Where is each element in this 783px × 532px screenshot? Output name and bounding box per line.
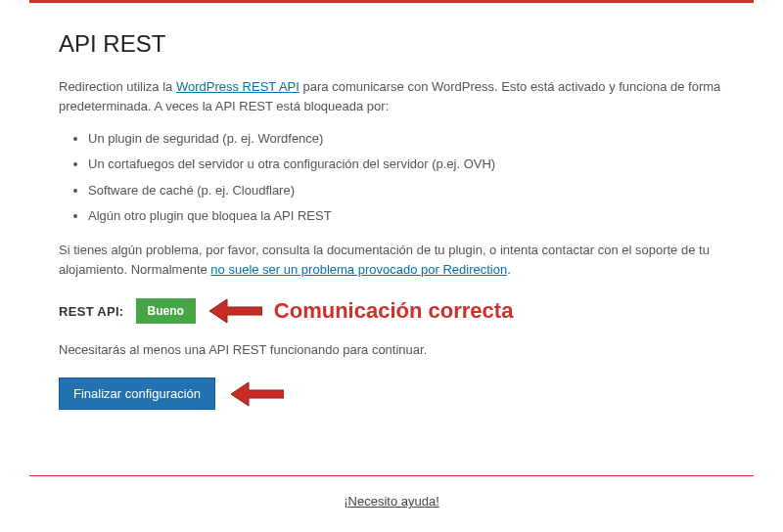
redirection-problem-link[interactable]: no suele ser un problema provocado por R… xyxy=(210,262,507,277)
list-item: Software de caché (p. ej. Cloudflare) xyxy=(88,182,724,200)
list-item: Un cortafuegos del servidor u otra confi… xyxy=(88,155,724,173)
rest-api-docs-link[interactable]: WordPress REST API xyxy=(176,79,299,94)
arrow-left-icon xyxy=(229,380,284,408)
reasons-list: Un plugin de seguridad (p. ej. Wordfence… xyxy=(88,130,724,225)
annotation-text: Comunicación correcta xyxy=(274,298,514,324)
page-title: API REST xyxy=(59,30,724,58)
arrow-left-icon xyxy=(207,297,262,325)
intro-text-before: Redirection utiliza la xyxy=(59,79,176,94)
action-row: Finalizar configuración xyxy=(59,377,724,410)
panel-inner: API REST Redirection utiliza la WordPres… xyxy=(29,3,754,433)
status-label: REST API: xyxy=(59,304,124,319)
content-panel: API REST Redirection utiliza la WordPres… xyxy=(29,0,754,476)
status-badge: Bueno xyxy=(136,298,196,324)
troubleshoot-text-after: . xyxy=(507,262,511,277)
list-item: Algún otro plugin que bloquea la API RES… xyxy=(88,207,724,225)
list-item: Un plugin de seguridad (p. ej. Wordfence… xyxy=(88,130,724,148)
troubleshoot-paragraph: Si tienes algún problema, por favor, con… xyxy=(59,241,724,280)
help-footer: ¡Necesito ayuda! xyxy=(0,476,783,509)
intro-paragraph: Redirection utiliza la WordPress REST AP… xyxy=(59,77,724,116)
continue-note: Necesitarás al menos una API REST funcio… xyxy=(59,340,724,360)
need-help-link[interactable]: ¡Necesito ayuda! xyxy=(344,494,439,509)
finish-setup-button[interactable]: Finalizar configuración xyxy=(59,377,215,410)
rest-api-status: REST API: Bueno Comunicación correcta xyxy=(59,297,724,325)
